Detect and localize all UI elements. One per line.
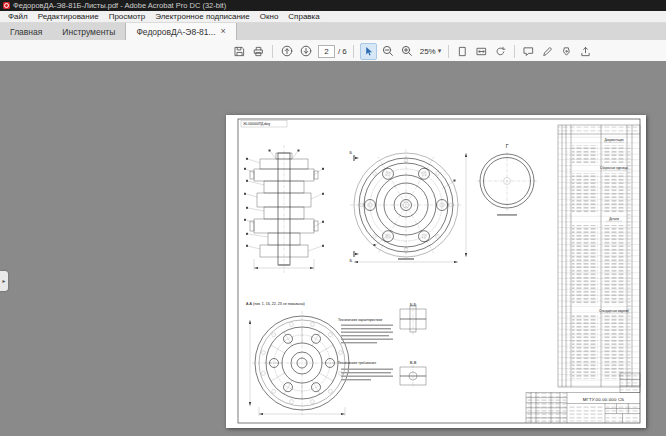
menu-bar: Файл Редактирование Просмотр Электронное… (0, 11, 666, 23)
tab-close-icon[interactable]: × (221, 27, 226, 36)
section-aa-view: А-А (поз. 1, 16, 22, 23 не показаны) (246, 302, 352, 416)
select-tool-button[interactable] (360, 43, 377, 60)
page-separator: / (338, 47, 340, 56)
specification-table: Документация Сборочные единицы Детали Ст… (558, 125, 640, 387)
spec-section-standard: Стандартные изделия (599, 309, 629, 313)
document-designation: МГТУ.00.00.000 СБ (583, 397, 625, 402)
save-icon (234, 46, 245, 57)
menu-window[interactable]: Окно (255, 12, 284, 21)
menu-view[interactable]: Просмотр (104, 12, 151, 21)
tab-document-label: ФедоровДА-Э8-81... (136, 27, 215, 37)
tech-specs-title: Технические характеристики (338, 318, 382, 322)
tab-tools[interactable]: Инструменты (52, 23, 125, 40)
view-g: Г (477, 143, 537, 216)
menu-esign[interactable]: Электронное подписание (150, 12, 255, 21)
front-circular-view: Б Б (349, 149, 466, 263)
dwg-file-label: Э0-000000ПД.dwg (243, 122, 270, 126)
previous-page-button[interactable] (279, 44, 294, 59)
spec-section-assemblies: Сборочные единицы (600, 166, 628, 170)
zoom-in-icon (401, 45, 413, 57)
sign-nib-icon (561, 46, 572, 57)
next-page-button[interactable] (298, 44, 313, 59)
print-button[interactable] (251, 44, 266, 59)
share-tool-button[interactable] (578, 44, 593, 59)
engineering-drawing: Э0-000000ПД.dwg (226, 115, 646, 428)
panel-expand-icon: ► (2, 278, 7, 284)
select-arrow-icon (363, 46, 374, 57)
cut-marker-top: Б (349, 150, 352, 155)
pdf-page[interactable]: Э0-000000ПД.dwg (226, 115, 646, 428)
rotate-view-button[interactable] (493, 44, 508, 59)
tab-bar: Главная Инструменты ФедоровДА-Э8-81... × (0, 23, 666, 40)
zoom-out-button[interactable] (381, 44, 396, 59)
tech-reqs-title: Технические требования (338, 361, 376, 365)
zoom-value: 25% (420, 47, 436, 56)
share-icon (580, 46, 591, 57)
page-down-icon (300, 45, 312, 57)
caret-down-icon: ▾ (438, 47, 442, 55)
tech-specs-block: Технические характеристики (338, 318, 393, 344)
fit-width-icon (476, 46, 487, 57)
section-aa-label: А-А (поз. 1, 16, 22, 23 не показаны) (246, 302, 305, 306)
document-viewer: ► Э0-000000ПД.dwg (0, 61, 666, 436)
zoom-out-icon (382, 45, 394, 57)
menu-file[interactable]: Файл (3, 12, 33, 21)
rotate-icon (495, 46, 506, 57)
zoom-in-button[interactable] (400, 44, 415, 59)
menu-help[interactable]: Справка (283, 12, 324, 21)
spec-section-parts: Детали (609, 217, 619, 221)
view-g-label: Г (506, 143, 509, 149)
save-button[interactable] (232, 44, 247, 59)
page-number-input[interactable]: 2 (318, 45, 335, 58)
acrobat-app-icon (3, 2, 10, 9)
detail-bb-view: Б-Б (400, 302, 426, 335)
tech-reqs-block: Технические требования (338, 361, 393, 380)
single-page-view-button[interactable] (455, 44, 470, 59)
spec-section-docs: Документация (604, 138, 624, 142)
cut-marker-bottom: Б (349, 258, 352, 263)
assembly-section-view (244, 145, 324, 273)
main-toolbar: 2 / 6 25% ▾ (0, 40, 666, 63)
page-total: 6 (342, 47, 346, 56)
menu-edit[interactable]: Редактирование (33, 12, 104, 21)
page-up-icon (281, 45, 293, 57)
detail-vv-label: В-В (410, 360, 417, 365)
navigation-panel-handle[interactable]: ► (0, 271, 8, 291)
highlight-tool-button[interactable] (540, 44, 555, 59)
title-bar: ФедоровДА-Э8-81Б-Листы.pdf - Adobe Acrob… (0, 0, 666, 11)
tab-home[interactable]: Главная (0, 23, 52, 40)
tab-document[interactable]: ФедоровДА-Э8-81... × (125, 23, 236, 40)
window-title: ФедоровДА-Э8-81Б-Листы.pdf - Adobe Acrob… (13, 1, 226, 10)
comment-tool-button[interactable] (521, 44, 536, 59)
pencil-icon (542, 46, 553, 57)
fit-width-button[interactable] (474, 44, 489, 59)
comment-bubble-icon (523, 46, 534, 57)
print-icon (253, 46, 264, 57)
zoom-level-dropdown[interactable]: 25% ▾ (420, 47, 442, 56)
fill-sign-tool-button[interactable] (559, 44, 574, 59)
single-page-icon (457, 46, 468, 57)
detail-vv-view: В-В (400, 360, 426, 387)
detail-bb-label: Б-Б (410, 302, 417, 307)
